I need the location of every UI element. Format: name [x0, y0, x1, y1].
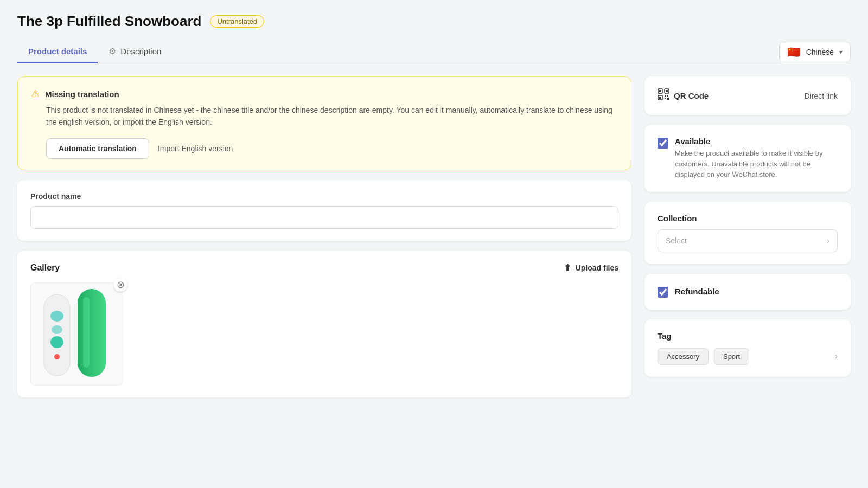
- qr-label: QR Code: [658, 88, 709, 103]
- tab-description-label: Description: [120, 47, 161, 56]
- qr-svg: [658, 88, 669, 100]
- product-name-card: Product name: [17, 180, 631, 241]
- collection-select-placeholder: Select: [666, 236, 687, 245]
- tag-card: Tag Accessory Sport ›: [644, 319, 851, 377]
- gallery-title: Gallery: [30, 263, 60, 273]
- snowboard-illustration: [39, 286, 114, 381]
- qr-code-card: QR Code Direct link: [644, 76, 851, 115]
- tab-description[interactable]: ⚙ Description: [98, 41, 172, 63]
- upload-icon: ⬆: [564, 262, 571, 274]
- svg-point-3: [50, 336, 63, 348]
- available-checkbox[interactable]: [658, 138, 668, 149]
- available-text-block: Available Make the product available to …: [675, 137, 838, 180]
- svg-point-2: [52, 325, 62, 334]
- tags-more-button[interactable]: ›: [835, 351, 838, 361]
- svg-rect-7: [83, 297, 90, 368]
- svg-rect-14: [665, 95, 666, 97]
- main-layout: ⚠ Missing translation This product is no…: [17, 76, 851, 397]
- chevron-right-icon: ›: [827, 236, 829, 245]
- svg-rect-13: [659, 97, 661, 99]
- gallery-header: Gallery ⬆ Upload files: [30, 262, 618, 274]
- refundable-label: Refundable: [675, 287, 719, 296]
- product-name-input[interactable]: [30, 206, 618, 229]
- tab-product-details-label: Product details: [28, 47, 87, 56]
- available-row: Available Make the product available to …: [658, 137, 838, 180]
- product-name-label: Product name: [30, 192, 618, 201]
- svg-rect-15: [667, 95, 668, 97]
- import-english-button[interactable]: Import English version: [158, 139, 233, 158]
- svg-rect-16: [665, 98, 666, 99]
- language-selector[interactable]: 🇨🇳 Chinese ▾: [779, 42, 851, 62]
- collection-select-button[interactable]: Select ›: [658, 229, 838, 252]
- description-icon: ⚙: [108, 46, 116, 56]
- refundable-checkbox[interactable]: [658, 287, 668, 298]
- status-badge: Untranslated: [210, 15, 264, 28]
- gallery-grid: ⊗: [30, 282, 618, 386]
- svg-rect-11: [666, 90, 668, 92]
- chevron-down-icon: ▾: [839, 48, 843, 56]
- refundable-row: Refundable: [658, 286, 838, 298]
- tag-chip-sport[interactable]: Sport: [714, 348, 749, 365]
- gallery-image: [31, 283, 122, 385]
- qr-code-label: QR Code: [674, 91, 709, 100]
- alert-header: ⚠ Missing translation: [31, 88, 618, 100]
- direct-link-button[interactable]: Direct link: [805, 92, 838, 100]
- language-label: Chinese: [806, 48, 834, 56]
- tabs-container: Product details ⚙ Description: [17, 41, 172, 63]
- close-circle-icon: ⊗: [117, 279, 125, 291]
- available-desc: Make the product available to make it vi…: [675, 148, 838, 180]
- missing-translation-alert: ⚠ Missing translation This product is no…: [17, 76, 631, 170]
- tab-product-details[interactable]: Product details: [17, 41, 98, 63]
- svg-point-1: [50, 311, 63, 322]
- alert-body: This product is not translated in Chines…: [46, 104, 618, 129]
- available-title: Available: [675, 137, 838, 146]
- svg-rect-0: [44, 294, 70, 376]
- svg-rect-17: [667, 98, 669, 100]
- gallery-item: ⊗: [30, 282, 123, 386]
- available-card: Available Make the product available to …: [644, 125, 851, 192]
- left-column: ⚠ Missing translation This product is no…: [17, 76, 631, 397]
- upload-files-button[interactable]: ⬆ Upload files: [564, 262, 618, 274]
- tag-chip-accessory[interactable]: Accessory: [658, 348, 709, 365]
- refundable-card: Refundable: [644, 274, 851, 310]
- warning-icon: ⚠: [31, 88, 40, 100]
- right-column: QR Code Direct link Available Make the p…: [644, 76, 851, 397]
- upload-label: Upload files: [576, 264, 618, 272]
- tabs-row: Product details ⚙ Description 🇨🇳 Chinese…: [17, 41, 851, 63]
- svg-rect-6: [78, 289, 106, 377]
- collection-card: Collection Select ›: [644, 202, 851, 264]
- page-wrapper: The 3p Fulfilled Snowboard Untranslated …: [0, 0, 868, 488]
- automatic-translation-button[interactable]: Automatic translation: [46, 138, 149, 159]
- flag-icon: 🇨🇳: [787, 46, 801, 59]
- page-title: The 3p Fulfilled Snowboard: [17, 13, 201, 30]
- remove-image-button[interactable]: ⊗: [113, 278, 127, 292]
- tag-label: Tag: [658, 331, 838, 341]
- gallery-card: Gallery ⬆ Upload files ⊗: [17, 251, 631, 397]
- page-header: The 3p Fulfilled Snowboard Untranslated: [17, 13, 851, 30]
- qr-code-icon: [658, 88, 669, 103]
- tags-row: Accessory Sport ›: [658, 348, 838, 365]
- alert-actions: Automatic translation Import English ver…: [46, 138, 618, 159]
- svg-rect-9: [659, 90, 661, 92]
- alert-title: Missing translation: [45, 89, 119, 99]
- svg-point-4: [54, 354, 60, 359]
- qr-row: QR Code Direct link: [658, 88, 838, 103]
- collection-label: Collection: [658, 214, 838, 223]
